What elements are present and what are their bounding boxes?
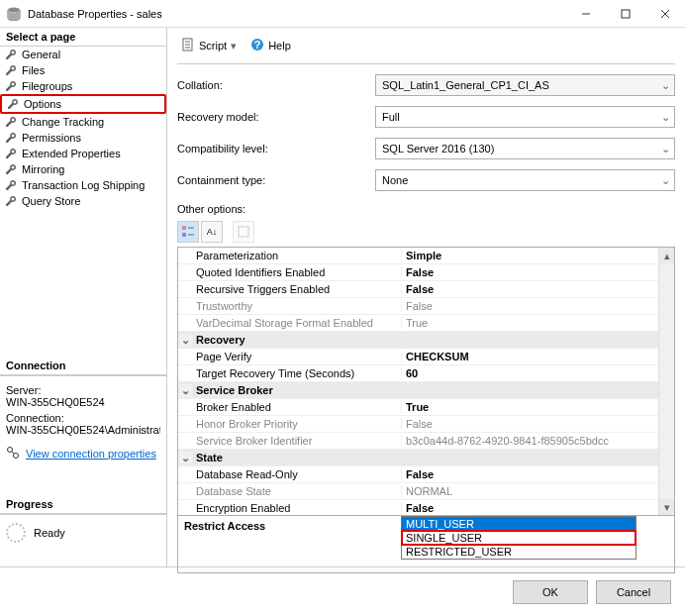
connection-value: WIN-355CHQ0E524\Administrator <box>6 424 160 436</box>
property-row[interactable]: Page VerifyCHECKSUM <box>178 349 674 365</box>
scroll-down-button[interactable]: ▾ <box>659 499 674 515</box>
chevron-down-icon: ⌄ <box>661 174 670 187</box>
page-item-general[interactable]: General <box>0 47 166 62</box>
property-name: Honor Broker Priority <box>194 418 402 430</box>
property-name: Database State <box>194 485 402 497</box>
svg-rect-14 <box>182 226 186 230</box>
category-row[interactable]: ⌄State <box>178 450 674 466</box>
minimize-button[interactable] <box>566 0 606 28</box>
property-row[interactable]: Target Recovery Time (Seconds)60 <box>178 365 674 382</box>
alphabetical-button[interactable]: A↓ <box>201 221 223 243</box>
property-row[interactable]: Quoted Identifiers EnabledFalse <box>178 264 674 281</box>
property-pages-button[interactable] <box>233 221 254 243</box>
property-row[interactable]: Broker EnabledTrue <box>178 399 674 416</box>
dropdown-item-multi_user[interactable]: MULTI_USER <box>402 517 636 531</box>
window-title: Database Properties - sales <box>28 8 566 20</box>
connection-panel: Server: WIN-355CHQ0E524 Connection: WIN-… <box>0 375 166 465</box>
property-value: Simple <box>402 250 674 261</box>
collapse-icon[interactable]: ⌄ <box>178 452 194 464</box>
page-item-files[interactable]: Files <box>0 62 166 78</box>
contain-label: Containment type: <box>177 174 375 186</box>
dropdown-item-restricted_user[interactable]: RESTRICTED_USER <box>402 545 636 559</box>
property-row[interactable]: TrustworthyFalse <box>178 298 674 315</box>
progress-header: Progress <box>0 495 166 514</box>
select-page-header: Select a page <box>0 28 166 47</box>
categorized-button[interactable] <box>177 221 199 243</box>
maximize-button[interactable] <box>606 0 645 28</box>
property-grid[interactable]: ParameterizationSimpleQuoted Identifiers… <box>177 247 675 516</box>
property-name: Target Recovery Time (Seconds) <box>194 367 402 379</box>
page-item-extended-properties[interactable]: Extended Properties <box>0 146 166 161</box>
server-value: WIN-355CHQ0E524 <box>6 396 160 408</box>
property-row[interactable]: Database StateNORMAL <box>178 483 674 500</box>
progress-status: Ready <box>34 527 65 539</box>
scroll-up-button[interactable]: ▴ <box>659 248 674 263</box>
contain-combo[interactable]: None ⌄ <box>375 169 675 191</box>
property-value: 60 <box>402 367 674 379</box>
property-row[interactable]: ParameterizationSimple <box>178 248 674 264</box>
page-item-change-tracking[interactable]: Change Tracking <box>0 114 166 130</box>
collapse-icon[interactable]: ⌄ <box>178 334 194 347</box>
cancel-button[interactable]: Cancel <box>596 580 671 604</box>
ok-button[interactable]: OK <box>513 580 588 604</box>
property-row[interactable]: Encryption EnabledFalse <box>178 500 674 516</box>
scrollbar[interactable]: ▴ ▾ <box>658 248 674 515</box>
property-value: False <box>402 502 674 514</box>
page-item-query-store[interactable]: Query Store <box>0 193 166 209</box>
svg-point-6 <box>14 454 19 459</box>
property-name: VarDecimal Storage Format Enabled <box>194 317 402 329</box>
property-row[interactable]: Honor Broker PriorityFalse <box>178 416 674 433</box>
property-row[interactable]: Recursive Triggers EnabledFalse <box>178 281 674 298</box>
svg-rect-15 <box>182 233 186 237</box>
view-connection-link[interactable]: View connection properties <box>6 446 160 462</box>
grid-toolbar: A↓ <box>177 221 675 243</box>
page-item-permissions[interactable]: Permissions <box>0 130 166 146</box>
toolbar: Script ▾ ? Help <box>177 34 675 64</box>
page-item-mirroring[interactable]: Mirroring <box>0 161 166 177</box>
property-name: Trustworthy <box>194 300 402 312</box>
script-button[interactable]: Script ▾ <box>177 36 241 55</box>
compat-combo[interactable]: SQL Server 2016 (130) ⌄ <box>375 138 675 159</box>
category-row[interactable]: ⌄Recovery <box>178 332 674 349</box>
page-item-transaction-log-shipping[interactable]: Transaction Log Shipping <box>0 177 166 193</box>
restrict-access-dropdown[interactable]: MULTI_USERSINGLE_USERRESTRICTED_USER <box>401 516 636 560</box>
page-item-filegroups[interactable]: Filegroups <box>0 78 166 94</box>
property-row[interactable]: Service Broker Identifierb3c0a44d-8762-4… <box>178 433 674 450</box>
script-label: Script <box>199 40 227 51</box>
property-value: CHECKSUM <box>402 351 674 362</box>
wrench-icon <box>6 97 20 111</box>
page-item-label: Extended Properties <box>22 148 121 159</box>
page-item-options[interactable]: Options <box>0 94 166 114</box>
help-icon: ? <box>250 38 264 53</box>
chevron-down-icon: ⌄ <box>661 79 670 92</box>
collapse-icon[interactable]: ⌄ <box>178 384 194 397</box>
wrench-icon <box>4 194 18 208</box>
property-name: Database Read-Only <box>194 468 402 480</box>
wrench-icon <box>4 178 18 192</box>
dropdown-item-single_user[interactable]: SINGLE_USER <box>401 530 636 546</box>
close-button[interactable] <box>645 0 685 28</box>
page-item-label: Mirroring <box>22 163 64 175</box>
property-value: False <box>402 418 674 430</box>
connection-header: Connection <box>0 357 166 375</box>
property-row[interactable]: VarDecimal Storage Format EnabledTrue <box>178 315 674 332</box>
collation-combo[interactable]: SQL_Latin1_General_CP1_CI_AS ⌄ <box>375 74 675 96</box>
svg-point-0 <box>8 7 20 12</box>
category-row[interactable]: ⌄Service Broker <box>178 382 674 399</box>
page-item-label: Query Store <box>22 195 80 207</box>
recovery-combo[interactable]: Full ⌄ <box>375 106 675 128</box>
connection-label: Connection: <box>6 412 160 424</box>
server-label: Server: <box>6 384 160 396</box>
category-name: Recovery <box>194 334 402 346</box>
property-value: NORMAL <box>402 485 674 497</box>
help-button[interactable]: ? Help <box>246 36 295 55</box>
property-row[interactable]: Database Read-OnlyFalse <box>178 466 674 483</box>
connection-icon <box>6 446 20 462</box>
progress-spinner-icon <box>6 523 26 543</box>
page-item-label: General <box>22 49 60 60</box>
property-name: Service Broker Identifier <box>194 435 402 447</box>
property-value: False <box>402 266 674 278</box>
property-value: False <box>402 300 674 312</box>
property-value: False <box>402 283 674 295</box>
property-name: Page Verify <box>194 351 402 362</box>
